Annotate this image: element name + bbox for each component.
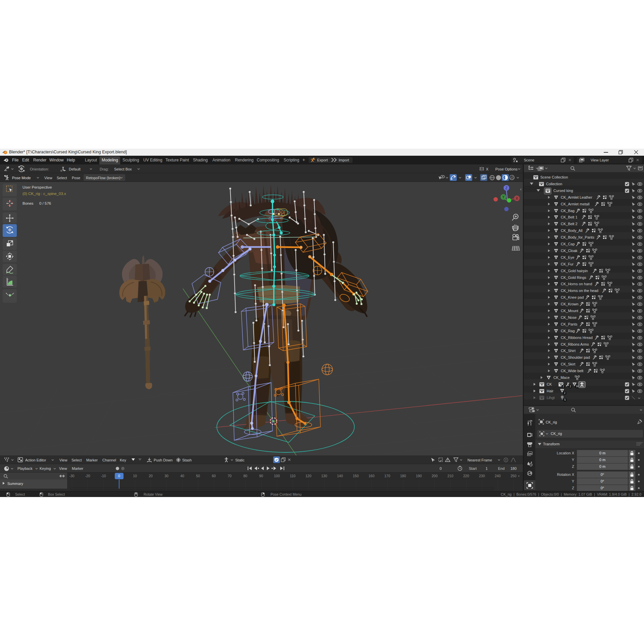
- svg-text:‹: ‹: [520, 187, 522, 192]
- svg-text:X: X: [516, 197, 518, 200]
- svg-text:Y: Y: [502, 195, 505, 199]
- svg-text:Z: Z: [505, 186, 507, 190]
